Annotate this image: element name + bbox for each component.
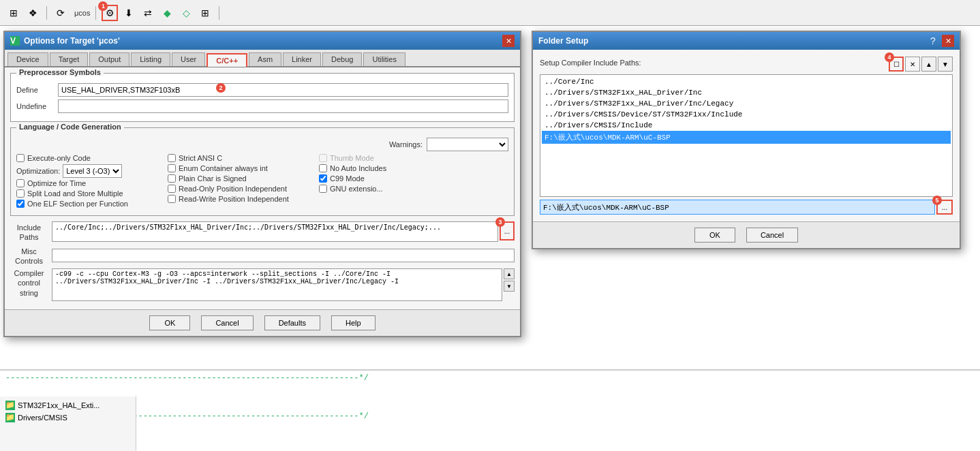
folder-question-button[interactable]: ? [927, 35, 939, 47]
toolbar-icon-transfer[interactable]: ⇄ [140, 5, 156, 21]
tab-listing[interactable]: Listing [131, 52, 170, 66]
plain-char-row: Plain Char is Signed [168, 174, 318, 183]
strict-ansi-checkbox[interactable] [168, 154, 176, 162]
tree-item-1[interactable]: 📁 Drivers/CMSIS [3, 411, 133, 424]
split-load-label: Split Load and Store Multiple [27, 189, 123, 198]
toolbar-icon-diamond-outline[interactable]: ◇ [178, 5, 194, 21]
toolbar-badge-1-wrap: ⚙ 1 [102, 5, 118, 21]
path-item-0[interactable]: ../Core/Inc [542, 76, 951, 87]
tree-icon-0: 📁 [5, 401, 15, 410]
tab-output[interactable]: Output [89, 52, 129, 66]
folder-ok-button[interactable]: OK [694, 228, 735, 243]
title-icon: V [10, 36, 20, 46]
options-ok-button[interactable]: OK [149, 315, 190, 330]
read-write-row: Read-Write Position Independent [168, 195, 318, 203]
tab-linker[interactable]: Linker [283, 52, 321, 66]
folder-title: Folder Setup [538, 36, 588, 46]
undefine-row: Undefine [16, 99, 508, 113]
warnings-label: Warnings: [389, 140, 423, 149]
one-elf-checkbox[interactable] [16, 200, 25, 208]
folder-setup-dialog: Folder Setup ? ✕ Setup Compiler Include … [532, 31, 961, 249]
tab-asm[interactable]: Asm [249, 52, 281, 66]
enum-container-checkbox[interactable] [168, 164, 176, 172]
toolbar: ⊞ ❖ ⟳ μcos ⚙ 1 ⬇ ⇄ ◆ ◇ ⊞ [0, 0, 980, 26]
toolbar-separator-2 [95, 6, 96, 20]
compiler-scroll-up[interactable]: ▲ [504, 268, 515, 279]
folder-setup-label: Setup Compiler Include Paths: [540, 59, 641, 67]
toolbar-icon-arrow[interactable]: ⟳ [52, 5, 69, 21]
toolbar-icon-stack[interactable]: ❖ [25, 5, 41, 21]
path-item-2[interactable]: ../Drivers/STM32F1xx_HAL_Driver/Inc/Lega… [542, 98, 951, 109]
execute-only-checkbox[interactable] [16, 154, 25, 162]
path-item-3[interactable]: ../Drivers/CMSIS/Device/ST/STM32F1xx/Inc… [542, 109, 951, 120]
enum-container-row: Enum Container always int [168, 164, 318, 172]
badge-5: 5 [932, 196, 942, 205]
thumb-mode-row: Thumb Mode [319, 154, 455, 162]
toolbar-icon-grid[interactable]: ⊞ [197, 5, 213, 21]
options-title: Options for Target 'μcos' [24, 36, 120, 46]
optimize-time-checkbox[interactable] [16, 179, 25, 187]
options-defaults-button[interactable]: Defaults [264, 315, 320, 330]
read-only-label: Read-Only Position Independent [179, 185, 287, 193]
read-only-checkbox[interactable] [168, 185, 176, 193]
tree-label-1: Drivers/CMSIS [18, 414, 67, 422]
undefine-input[interactable] [58, 99, 508, 113]
tab-utilities[interactable]: Utilities [363, 52, 405, 66]
options-cancel-button[interactable]: Cancel [201, 315, 253, 330]
split-load-row: Split Load and Store Multiple [16, 189, 166, 198]
language-section: Language / Code Generation Warnings: [10, 127, 515, 216]
tree-icon-1: 📁 [5, 413, 15, 422]
folder-down-button[interactable]: ▼ [938, 57, 953, 72]
path-edit-input[interactable] [540, 200, 935, 215]
compiler-scroll-down[interactable]: ▼ [504, 281, 515, 292]
gnu-extensions-checkbox[interactable] [319, 185, 327, 193]
dashed-line-top: ----------------------------------------… [5, 373, 975, 383]
define-input[interactable] [58, 83, 508, 97]
options-close-button[interactable]: ✕ [502, 35, 515, 47]
one-elf-label: One ELF Section per Function [27, 200, 128, 208]
folder-cancel-button[interactable]: Cancel [746, 228, 798, 243]
strict-ansi-label: Strict ANSI C [179, 154, 222, 162]
tab-user[interactable]: User [172, 52, 205, 66]
tab-target[interactable]: Target [50, 52, 89, 66]
include-paths-input[interactable]: ../Core/Inc;../Drivers/STM32F1xx_HAL_Dri… [52, 221, 498, 242]
path-list: ../Core/Inc ../Drivers/STM32F1xx_HAL_Dri… [540, 74, 953, 197]
include-paths-label: IncludePaths [10, 221, 48, 243]
compiler-control-textarea[interactable]: -c99 -c --cpu Cortex-M3 -g -O3 --apcs=in… [52, 268, 502, 301]
c99-mode-checkbox[interactable] [319, 174, 327, 183]
path-item-4[interactable]: ../Drivers/CMSIS/Include [542, 120, 951, 131]
read-only-row: Read-Only Position Independent [168, 185, 318, 193]
ucos-label: μcos [74, 9, 90, 17]
no-auto-includes-checkbox[interactable] [319, 164, 327, 172]
no-auto-includes-row: No Auto Includes [319, 164, 455, 172]
options-grid: Execute-only Code Optimization: Level 3 … [16, 154, 508, 210]
plain-char-label: Plain Char is Signed [179, 174, 247, 183]
tree-item-0[interactable]: 📁 STM32F1xx_HAL_Exti... [3, 399, 133, 411]
read-write-checkbox[interactable] [168, 195, 176, 203]
plain-char-checkbox[interactable] [168, 174, 176, 183]
badge-1: 1 [98, 1, 108, 11]
gnu-extensions-row: GNU extensio... [319, 185, 455, 193]
gnu-extensions-label: GNU extensio... [330, 185, 383, 193]
col-3: Thumb Mode No Auto Includes C99 Mode [319, 154, 455, 210]
warnings-row: Warnings: [16, 138, 508, 151]
tab-device[interactable]: Device [7, 52, 48, 66]
toolbar-icon-download[interactable]: ⬇ [121, 5, 137, 21]
path-item-5[interactable]: F:\嵌入式\ucos\MDK-ARM\uC-BSP [542, 131, 951, 144]
toolbar-icon-diamond-green[interactable]: ◆ [159, 5, 175, 21]
optimization-select[interactable]: Level 3 (-O3) [63, 164, 122, 178]
split-load-checkbox[interactable] [16, 189, 25, 198]
tab-cc[interactable]: C/C++ [206, 53, 247, 67]
folder-delete-button[interactable]: ✕ [905, 57, 920, 72]
path-item-1[interactable]: ../Drivers/STM32F1xx_HAL_Driver/Inc [542, 87, 951, 98]
warnings-select[interactable] [427, 138, 508, 151]
toolbar-icon-layers[interactable]: ⊞ [5, 5, 22, 21]
toolbar-separator-3 [219, 6, 219, 20]
folder-title-buttons: ? ✕ [927, 35, 954, 47]
tab-debug[interactable]: Debug [322, 52, 362, 66]
misc-controls-input[interactable] [52, 249, 515, 262]
thumb-mode-checkbox[interactable] [319, 154, 327, 162]
folder-up-button[interactable]: ▲ [921, 57, 936, 72]
options-help-button[interactable]: Help [331, 315, 376, 330]
folder-close-button[interactable]: ✕ [942, 35, 954, 47]
